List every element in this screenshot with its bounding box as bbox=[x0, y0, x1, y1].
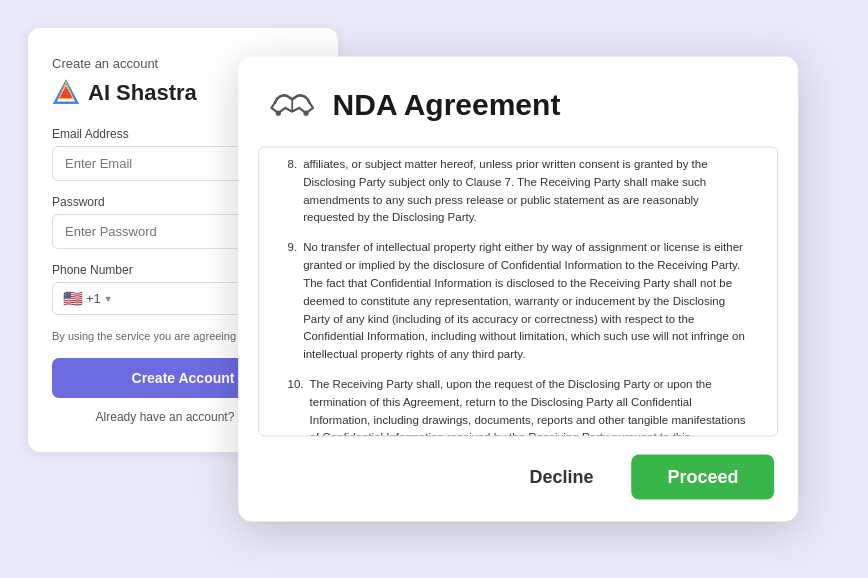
nda-list-item: 10.The Receiving Party shall, upon the r… bbox=[288, 375, 750, 436]
nda-list-item: 8.affiliates, or subject matter hereof, … bbox=[288, 156, 750, 227]
nda-list-item: 9.No transfer of intellectual property r… bbox=[288, 239, 750, 364]
nda-item-text: No transfer of intellectual property rig… bbox=[303, 239, 749, 364]
modal-title: NDA Agreement bbox=[333, 88, 561, 122]
brand-logo-icon bbox=[52, 79, 80, 107]
svg-point-3 bbox=[276, 111, 281, 116]
country-code: +1 bbox=[86, 291, 101, 306]
flag-icon: 🇺🇸 bbox=[63, 289, 83, 308]
nda-item-text: The Receiving Party shall, upon the requ… bbox=[310, 375, 750, 436]
nda-content: 8.affiliates, or subject matter hereof, … bbox=[259, 147, 779, 437]
modal-header: NDA Agreement bbox=[239, 57, 799, 147]
handshake-icon bbox=[267, 79, 319, 131]
modal-footer: Decline Proceed bbox=[239, 437, 799, 522]
country-selector[interactable]: 🇺🇸 +1 ▼ bbox=[63, 289, 113, 308]
brand-name: AI Shastra bbox=[88, 80, 197, 106]
proceed-button[interactable]: Proceed bbox=[632, 455, 775, 500]
nda-item-text: affiliates, or subject matter hereof, un… bbox=[303, 156, 749, 227]
svg-point-4 bbox=[304, 111, 309, 116]
nda-item-num: 9. bbox=[288, 239, 298, 364]
nda-modal: NDA Agreement 8.affiliates, or subject m… bbox=[239, 57, 799, 522]
decline-button[interactable]: Decline bbox=[505, 455, 617, 500]
nda-item-num: 10. bbox=[288, 375, 304, 436]
nda-item-num: 8. bbox=[288, 156, 298, 227]
nda-list: 8.affiliates, or subject matter hereof, … bbox=[288, 148, 750, 437]
chevron-down-icon: ▼ bbox=[104, 294, 113, 304]
